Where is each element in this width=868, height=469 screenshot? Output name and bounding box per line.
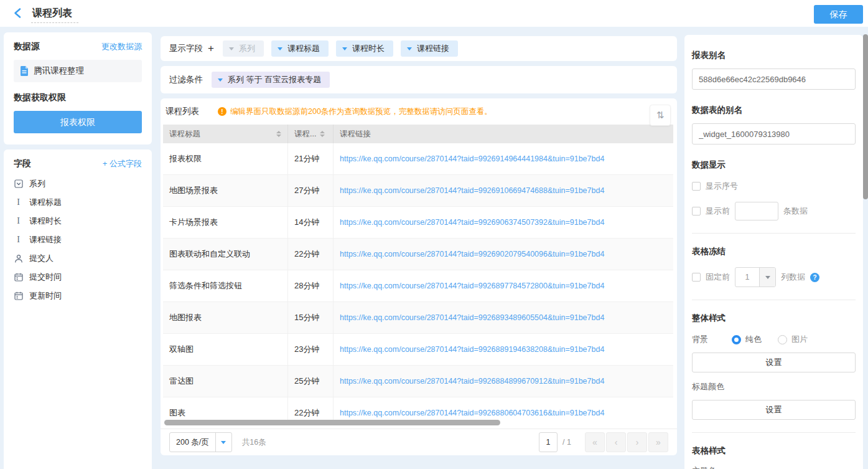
show-first-suffix: 条数据 [783, 206, 808, 217]
text-field-icon: I [14, 198, 23, 207]
course-link[interactable]: https://ke.qq.com/course/2870144?taid=99… [340, 345, 604, 354]
field-item-update-time[interactable]: 更新时间 [14, 287, 142, 305]
add-formula-field-link[interactable]: + 公式字段 [103, 158, 142, 169]
course-link[interactable]: https://ke.qq.com/course/2870144?taid=99… [340, 282, 604, 290]
column-header-course-duration[interactable]: 课程... [288, 125, 334, 143]
help-icon[interactable]: ? [810, 273, 819, 282]
cell-course-duration: 23分钟 [288, 334, 334, 365]
table-title: 课程列表 [166, 106, 199, 117]
horizontal-scrollbar-thumb[interactable] [164, 420, 500, 425]
vertical-scrollbar-thumb[interactable] [863, 34, 868, 199]
table-row: 双轴图 23分钟 https://ke.qq.com/course/287014… [163, 334, 673, 366]
table-row: 图表联动和自定义联动 22分钟 https://ke.qq.com/course… [163, 239, 673, 270]
chevron-down-icon [215, 433, 231, 452]
vertical-scrollbar[interactable] [863, 27, 868, 469]
course-link[interactable]: https://ke.qq.com/course/2870144?taid=99… [340, 218, 604, 227]
display-chip-course-link[interactable]: 课程链接 [401, 40, 458, 57]
show-first-count-input[interactable] [735, 202, 778, 220]
table-alias-label: 数据表的别名 [692, 105, 856, 116]
freeze-count-select[interactable]: 1 [735, 267, 776, 287]
course-link[interactable]: https://ke.qq.com/course/2870144?taid=99… [340, 186, 604, 195]
field-item-course-duration[interactable]: I 课程时长 [14, 212, 142, 230]
datasource-name: 腾讯课程整理 [34, 65, 84, 77]
course-link[interactable]: https://ke.qq.com/course/2870144?taid=99… [340, 250, 604, 258]
bg-solid-radio-option[interactable]: 纯色 [732, 334, 762, 345]
field-item-course-link[interactable]: I 课程链接 [14, 230, 142, 249]
radio-icon[interactable] [778, 335, 787, 344]
back-icon[interactable] [12, 7, 24, 19]
freeze-checkbox[interactable] [692, 273, 701, 282]
show-index-checkbox[interactable] [692, 182, 701, 191]
change-datasource-link[interactable]: 更改数据源 [101, 41, 142, 52]
cell-course-title: 图表 [163, 397, 288, 421]
table-row: 筛选条件和筛选按钮 28分钟 https://ke.qq.com/course/… [163, 270, 673, 302]
calendar-icon [14, 291, 23, 300]
last-page-button[interactable]: » [648, 432, 668, 452]
display-fields-label: 显示字段 [169, 43, 203, 54]
field-item-submitter[interactable]: 提交人 [14, 249, 142, 268]
course-link[interactable]: https://ke.qq.com/course/2870144?taid=99… [340, 154, 604, 163]
save-button[interactable]: 保存 [814, 5, 863, 24]
report-alias-label: 报表别名 [692, 50, 856, 61]
fields-panel: 字段 + 公式字段 系列 I 课程标题 I 课程时长 I 课程链接 [4, 149, 152, 469]
horizontal-scrollbar[interactable] [164, 420, 673, 426]
sort-arrows-icon[interactable] [276, 131, 281, 137]
show-first-checkbox[interactable] [692, 207, 701, 216]
cell-course-title: 地图报表 [163, 302, 288, 333]
field-label: 更新时间 [29, 290, 62, 301]
cell-course-duration: 25分钟 [288, 366, 334, 397]
bg-image-radio-option[interactable]: 图片 [778, 334, 808, 345]
cell-course-duration: 14分钟 [288, 207, 334, 238]
sort-arrows-icon[interactable] [320, 131, 325, 137]
display-chip-course-duration[interactable]: 课程时长 [336, 40, 393, 57]
table-freeze-label: 表格冻结 [692, 246, 856, 257]
page-title: 课程列表 [32, 7, 72, 20]
table-row: 报表权限 21分钟 https://ke.qq.com/course/28701… [163, 143, 673, 175]
cell-course-duration: 21分钟 [288, 143, 334, 174]
freeze-suffix-label: 列数据 [781, 272, 805, 283]
prev-page-button[interactable]: ‹ [606, 432, 626, 452]
field-item-course-title[interactable]: I 课程标题 [14, 193, 142, 212]
datasource-title: 数据源 [14, 41, 40, 52]
chevron-down-icon [218, 78, 223, 82]
person-icon [14, 254, 23, 263]
next-page-button[interactable]: › [627, 432, 647, 452]
display-chip-series[interactable]: 系列 [223, 40, 264, 57]
chevron-down-icon [759, 268, 775, 287]
settings-panel: 报表别名 数据表的别名 数据显示 显示序号 显示前 条数据 表格冻结 固定前 1… [684, 35, 863, 469]
title-underline [31, 22, 78, 23]
filter-chip[interactable]: 系列 等于 百宝云报表专题 [212, 72, 330, 88]
background-set-button[interactable]: 设置 [692, 353, 856, 372]
report-alias-input[interactable] [692, 69, 856, 90]
display-chip-course-title[interactable]: 课程标题 [271, 40, 329, 57]
add-display-field-button[interactable]: + [208, 42, 214, 55]
cell-course-duration: 22分钟 [288, 397, 334, 421]
cell-course-duration: 27分钟 [288, 175, 334, 206]
course-link[interactable]: https://ke.qq.com/course/2870144?taid=99… [340, 313, 604, 322]
text-field-icon: I [14, 217, 23, 225]
field-label: 系列 [29, 178, 45, 189]
sort-order-button[interactable]: ⇅ [650, 105, 671, 126]
first-page-button[interactable]: « [585, 432, 605, 452]
column-header-course-title[interactable]: 课程标题 [163, 125, 288, 143]
theme-color-label: 主题色 [692, 465, 856, 469]
page-number-input[interactable] [539, 432, 558, 452]
title-color-set-button[interactable]: 设置 [692, 400, 856, 420]
course-link[interactable]: https://ke.qq.com/course/2870144?taid=99… [340, 409, 604, 417]
radio-checked-icon[interactable] [732, 335, 741, 344]
report-permission-button[interactable]: 报表权限 [14, 111, 142, 133]
cell-course-title: 卡片场景报表 [163, 207, 288, 238]
cell-course-title: 报表权限 [163, 143, 288, 174]
field-label: 提交时间 [29, 272, 62, 283]
table-header: 课程标题 课程... 课程链接 [163, 125, 673, 143]
field-item-series[interactable]: 系列 [14, 174, 142, 193]
freeze-prefix-label: 固定前 [706, 272, 730, 283]
field-label: 课程链接 [29, 234, 62, 245]
page-size-select[interactable]: 200 条/页 [169, 432, 232, 452]
table-alias-input[interactable] [692, 123, 856, 144]
course-link[interactable]: https://ke.qq.com/course/2870144?taid=99… [340, 377, 604, 386]
datasource-item[interactable]: 腾讯课程整理 [14, 60, 142, 82]
field-item-submit-time[interactable]: 提交时间 [14, 268, 142, 287]
chevron-down-icon [407, 47, 412, 50]
datasource-panel: 数据源 更改数据源 腾讯课程整理 数据获取权限 报表权限 [4, 32, 152, 144]
